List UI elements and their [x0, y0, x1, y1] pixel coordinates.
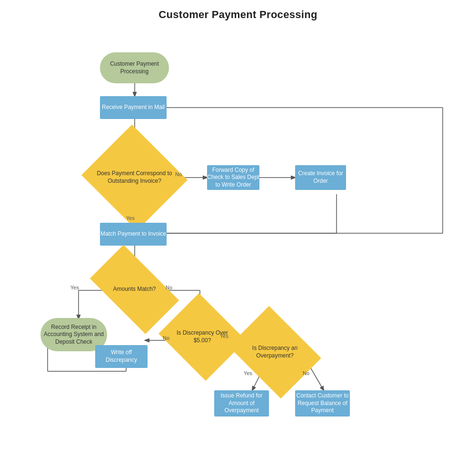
node-forward-copy: Forward Copy of Check to Sales Dept to W…: [207, 165, 259, 190]
label-no2: No: [166, 285, 172, 290]
label-yes4: Yes: [244, 370, 252, 376]
label-no1: No: [175, 171, 182, 177]
node-match-payment: Match Payment to Invoice: [100, 223, 167, 246]
label-yes1: Yes: [126, 215, 135, 221]
node-create-invoice: Create Invoice for Order: [295, 165, 346, 190]
diagram-container: Customer Payment Processing: [0, 0, 476, 476]
node-write-off: Write off Discrepancy: [95, 345, 148, 368]
label-no3: No: [163, 335, 169, 341]
node-issue-refund: Issue Refund for Amount of Overpayment: [214, 390, 269, 416]
diagram-title: Customer Payment Processing: [0, 0, 476, 21]
node-contact-customer: Contact Customer to Request Balance of P…: [295, 390, 350, 416]
node-is-discrepancy: Is Discrepancy Over $5.00?: [169, 308, 236, 366]
node-receive: Receive Payment in Mail: [100, 96, 167, 119]
node-amounts-match: Amounts Match?: [95, 266, 174, 313]
node-does-payment: Does Payment Correspond to Outstanding I…: [95, 142, 174, 213]
label-yes2: Yes: [70, 285, 79, 290]
node-start: Customer Payment Processing: [100, 52, 169, 83]
label-no4: No: [303, 370, 309, 376]
